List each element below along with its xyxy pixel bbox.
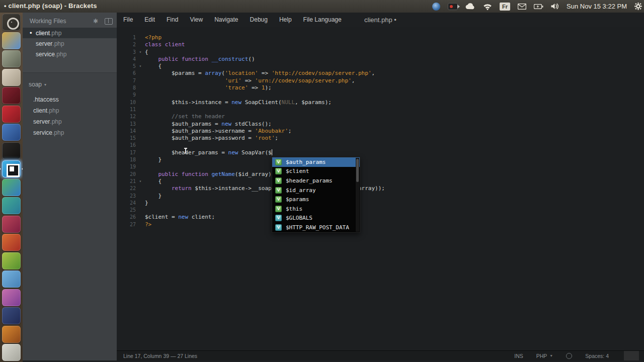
code-line-6[interactable]: 6 $params = array('location' => 'http://…	[117, 70, 644, 77]
menu-debug[interactable]: Debug	[250, 16, 268, 23]
launcher-item-app-pink-purple[interactable]	[2, 289, 21, 306]
launcher-item-workspace-switcher[interactable]	[2, 32, 21, 49]
code-line-2[interactable]: 2class client	[117, 41, 644, 48]
code-line-7[interactable]: 7 'uri' => 'urn://codev/soap/server.php'…	[117, 77, 644, 84]
wifi-icon[interactable]	[483, 3, 492, 10]
hint-item-params[interactable]: V$params	[272, 195, 360, 204]
launcher-item-dash-home[interactable]	[2, 14, 21, 31]
fold-gutter	[136, 135, 145, 142]
code-line-11[interactable]: 11	[117, 106, 644, 113]
project-file-client[interactable]: client.php	[23, 105, 117, 116]
menu-navigate[interactable]: Navigate	[214, 16, 238, 23]
launcher-item-app-lime[interactable]	[2, 252, 21, 269]
launcher-item-app-navy[interactable]	[2, 307, 21, 324]
launcher-item-app-orange-red[interactable]	[2, 234, 21, 251]
hints-scrollbar-thumb[interactable]	[356, 159, 359, 182]
code-line-26[interactable]: 26$client = new client;	[117, 214, 644, 221]
language-selector[interactable]: PHP ▼	[536, 353, 553, 359]
launcher-item-app-teal[interactable]	[2, 197, 21, 214]
code-line-10[interactable]: 10 $this->instance = new SoapClient(NULL…	[117, 99, 644, 106]
line-number: 1	[117, 34, 136, 41]
code-line-14[interactable]: 14 $auth_params->username = 'Aboubakr';	[117, 128, 644, 135]
launcher-item-app-maroon[interactable]	[2, 87, 21, 104]
fold-arrow-icon[interactable]: ▾	[136, 63, 145, 70]
project-file-.htaccess[interactable]: .htaccess	[23, 94, 117, 105]
line-number: 10	[117, 99, 136, 106]
menu-edit[interactable]: Edit	[144, 16, 155, 23]
screen-recorder-icon[interactable]	[448, 3, 458, 10]
variable-icon: V	[275, 159, 282, 165]
app-indicator-icon[interactable]	[432, 3, 440, 11]
fold-arrow-icon[interactable]: ▾	[136, 49, 145, 56]
code-line-21[interactable]: 21▾ {	[117, 178, 644, 185]
project-name[interactable]: soap ▾	[23, 79, 117, 90]
hint-item-id_array[interactable]: V$id_array	[272, 186, 360, 195]
insert-mode-indicator[interactable]: INS	[514, 353, 523, 359]
menu-find[interactable]: Find	[167, 16, 178, 23]
launcher-item-image-viewer[interactable]	[2, 50, 21, 67]
working-file-service[interactable]: service.php	[23, 49, 117, 59]
launcher-item-app-orange[interactable]	[2, 326, 21, 343]
code-line-20[interactable]: 20 public function getName($id_array)	[117, 171, 644, 178]
code-line-12[interactable]: 12 //set the header	[117, 113, 644, 120]
code-line-1[interactable]: 1<?php	[117, 34, 644, 41]
menu-file[interactable]: File	[123, 16, 133, 23]
volume-icon[interactable]	[551, 3, 559, 10]
cloud-icon[interactable]	[465, 3, 475, 10]
launcher-item-document-viewer[interactable]	[2, 69, 21, 86]
working-file-client[interactable]: •client.php	[23, 28, 117, 38]
code-editor[interactable]: 1<?php2class client3▾{4 public function …	[117, 27, 644, 350]
launcher-item-app-light[interactable]	[2, 344, 21, 361]
menu-file-language[interactable]: File Language	[303, 16, 342, 23]
code-line-25[interactable]: 25	[117, 207, 644, 214]
line-number: 7	[117, 77, 136, 84]
indent-setting[interactable]: Spaces: 4	[585, 353, 609, 359]
battery-icon[interactable]	[534, 4, 543, 9]
menu-view[interactable]: View	[190, 16, 203, 23]
code-line-13[interactable]: 13 $auth_params = new stdClass();	[117, 121, 644, 128]
launcher-item-app-red[interactable]	[2, 106, 21, 123]
launcher-item-app-blue-banner[interactable]	[2, 124, 21, 141]
keyboard-layout-indicator[interactable]: Fr	[500, 3, 510, 11]
code-line-3[interactable]: 3▾{	[117, 49, 644, 56]
code-line-9[interactable]: 9	[117, 92, 644, 99]
session-gear-icon[interactable]	[634, 3, 642, 10]
code-line-15[interactable]: 15 $auth_params->password = 'root';	[117, 135, 644, 142]
hint-item-client[interactable]: V$client	[272, 167, 360, 176]
project-file-service[interactable]: service.php	[23, 127, 117, 138]
menu-help[interactable]: Help	[279, 16, 292, 23]
launcher-item-brackets[interactable]	[2, 160, 21, 177]
launcher-item-app-green-blue[interactable]	[2, 179, 21, 196]
hint-item-auth_params[interactable]: V$auth_params	[272, 157, 360, 167]
code-line-8[interactable]: 8 'trace' => 1);	[117, 84, 644, 92]
hint-item-this[interactable]: V$this	[272, 204, 360, 214]
clock[interactable]: Sun Nov 15 3:22 PM	[567, 3, 627, 10]
code-line-16[interactable]: 16	[117, 142, 644, 149]
launcher-item-app-magenta[interactable]	[2, 216, 21, 233]
project-file-server[interactable]: server.php	[23, 116, 117, 127]
code-line-5[interactable]: 5▾ {	[117, 63, 644, 70]
mail-icon[interactable]	[518, 4, 526, 10]
code-line-22[interactable]: 22 return $this->instance->__soapCall('g…	[117, 185, 644, 192]
split-view-icon[interactable]	[105, 18, 113, 25]
code-line-27[interactable]: 27?>	[117, 221, 644, 228]
code-line-19[interactable]: 19	[117, 163, 644, 170]
hint-item-GLOBALS[interactable]: V$GLOBALS	[272, 214, 360, 223]
hint-item-HTTP_RAW_POST_DATA[interactable]: V$HTTP_RAW_POST_DATA	[272, 223, 360, 232]
hint-item-header_params[interactable]: V$header_params	[272, 176, 360, 186]
gear-icon[interactable]: ✱	[93, 18, 100, 25]
code-line-17[interactable]: 17 $header_params = new SoapVar($	[117, 149, 644, 156]
code-line-18[interactable]: 18 }	[117, 156, 644, 163]
working-file-server[interactable]: server.php	[23, 38, 117, 49]
fold-gutter	[136, 193, 145, 200]
launcher-item-app-sky[interactable]	[2, 270, 21, 288]
hint-label: $header_params	[286, 177, 333, 184]
code-line-24[interactable]: 24}	[117, 200, 644, 207]
hints-scrollbar[interactable]	[356, 158, 359, 232]
fold-arrow-icon[interactable]: ▾	[136, 178, 145, 185]
launcher-item-app-dark[interactable]	[2, 142, 21, 159]
code-line-4[interactable]: 4 public function __construct()	[117, 56, 644, 63]
fold-gutter	[136, 121, 145, 128]
lint-status-icon[interactable]	[566, 353, 572, 359]
code-line-23[interactable]: 23 }	[117, 193, 644, 200]
